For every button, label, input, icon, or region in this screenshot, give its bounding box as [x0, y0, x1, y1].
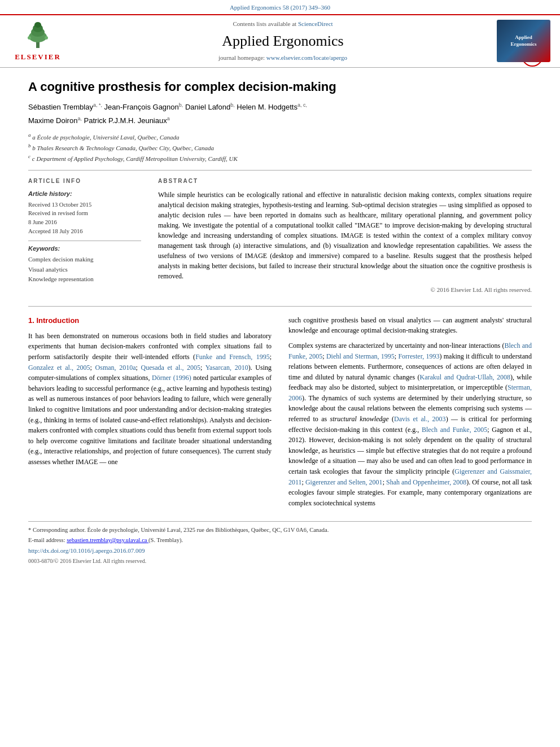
ref-diehl-sterman[interactable]: Diehl and Sterman, 1995	[326, 352, 395, 360]
received-revised-label: Received in revised form	[28, 209, 141, 218]
article-info-column: ARTICLE INFO Article history: Received 1…	[28, 177, 141, 294]
journal-name: Applied Ergonomics	[75, 31, 491, 51]
body-section: 1. Introduction It has been demonstrated…	[28, 306, 532, 566]
journal-citation-bar: Applied Ergonomics 58 (2017) 349–360	[0, 0, 560, 14]
abstract-label: ABSTRACT	[158, 177, 532, 185]
ref-forrester[interactable]: Forrester, 1993	[398, 352, 439, 360]
applied-ergo-box: AppliedErgonomics	[497, 20, 550, 62]
ref-shah[interactable]: Shah and Oppenheimer, 2008	[386, 478, 466, 486]
author-3-sup: b,	[230, 102, 235, 108]
author-4-name: Helen M. Hodgetts	[237, 103, 298, 112]
ref-yasarcan[interactable]: Yasarcan, 2010	[205, 364, 248, 372]
intro-heading: 1. Introduction	[28, 315, 272, 326]
keyword-1: Complex decision making	[28, 255, 141, 265]
journal-header-left: ELSEVIER	[7, 20, 69, 62]
ref-funke-frensch[interactable]: Funke and Frensch, 1995	[195, 353, 270, 361]
ref-osman[interactable]: Osman, 2010a	[95, 364, 136, 372]
doi-line: http://dx.doi.org/10.1016/j.apergo.2016.…	[28, 547, 532, 556]
elsevier-tree-icon	[18, 20, 58, 51]
keyword-3: Knowledge representation	[28, 274, 141, 285]
affiliation-3: c c Department of Applied Psychology, Ca…	[28, 153, 532, 163]
authors-line-2: Maxime Doirona, Patrick P.J.M.H. Jeuniau…	[28, 115, 532, 126]
footnote-section: * Corresponding author. École de psychol…	[28, 521, 532, 565]
author-5-name: Maxime Doiron	[28, 116, 77, 125]
keyword-2: Visual analytics	[28, 265, 141, 275]
abstract-column: ABSTRACT While simple heuristics can be …	[158, 177, 532, 294]
info-divider	[28, 241, 141, 241]
intro-para-1: It has been demonstrated on numerous occ…	[28, 331, 272, 468]
section-divider	[28, 170, 532, 171]
ref-davis[interactable]: Davis et al., 2003	[394, 415, 446, 423]
svg-point-6	[45, 36, 48, 40]
accepted-date: Accepted 18 July 2016	[28, 227, 141, 236]
article-info-label: ARTICLE INFO	[28, 177, 141, 185]
affiliations: a a École de psychologie, Université Lav…	[28, 132, 532, 163]
authors-line-1: Sébastien Tremblaya, *, Jean-François Ga…	[28, 102, 532, 113]
body-two-col: 1. Introduction It has been demonstrated…	[28, 315, 532, 513]
revised-date: 8 June 2016	[28, 218, 141, 227]
affiliation-1: a a École de psychologie, Université Lav…	[28, 132, 532, 142]
issn-line: 0003-6870/© 2016 Elsevier Ltd. All right…	[28, 557, 532, 565]
author-1-name: Sébastien Tremblay	[28, 103, 93, 112]
elsevier-logo: ELSEVIER	[7, 20, 69, 62]
body-col-right: such cognitive prosthesis based on visua…	[288, 315, 532, 513]
article-history-label: Article history:	[28, 190, 141, 198]
email-link[interactable]: sebastien.tremblay@psy.ulaval.ca	[67, 537, 148, 543]
journal-citation-text: Applied Ergonomics 58 (2017) 349–360	[230, 4, 330, 11]
ref-gigerenzer2[interactable]: Gigerenzer and Selten, 2001	[305, 478, 383, 486]
author-2-sup: b,	[179, 102, 183, 108]
ref-sterman[interactable]: Sterman, 2006	[288, 383, 532, 402]
article-content: CrossMark A cognitive prosthesis for com…	[0, 68, 560, 577]
author-6-name: Patrick P.J.M.H. Jeuniaux	[84, 116, 167, 125]
svg-point-4	[34, 22, 41, 28]
svg-point-5	[28, 36, 31, 40]
author-3-name: Daniel Lafond	[185, 103, 230, 112]
author-6-sup: a	[167, 116, 170, 121]
sciencedirect-link: Contents lists available at ScienceDirec…	[75, 20, 491, 28]
article-dates: Received 13 October 2015 Received in rev…	[28, 200, 141, 236]
intro-para-right-1: such cognitive prosthesis based on visua…	[288, 315, 532, 336]
ref-karakul[interactable]: Karakul and Qudrat-Ullah, 2008	[420, 373, 510, 381]
article-info-abstract-section: ARTICLE INFO Article history: Received 1…	[28, 177, 532, 294]
keywords-label: Keywords:	[28, 244, 141, 253]
article-title: A cognitive prosthesis for complex decis…	[28, 79, 532, 95]
abstract-text: While simple heuristics can be ecologica…	[158, 190, 532, 281]
affiliation-2: b b Thales Research & Technology Canada,…	[28, 142, 532, 152]
homepage-link[interactable]: www.elsevier.com/locate/apergo	[266, 54, 347, 61]
received-date: Received 13 October 2015	[28, 200, 141, 209]
body-col-left: 1. Introduction It has been demonstrated…	[28, 315, 272, 513]
journal-homepage: journal homepage: www.elsevier.com/locat…	[75, 54, 491, 62]
intro-para-right-2: Complex systems are characterized by unc…	[288, 340, 532, 509]
ref-quesada[interactable]: Quesada et al., 2005	[141, 364, 201, 372]
corresponding-author-note: * Corresponding author. École de psychol…	[28, 526, 532, 535]
journal-header-right: AppliedErgonomics	[497, 20, 553, 62]
journal-header: ELSEVIER Contents lists available at Sci…	[0, 14, 560, 67]
author-5-sup: a,	[77, 116, 82, 121]
sciencedirect-anchor[interactable]: ScienceDirect	[298, 20, 333, 27]
author-1-sup: a, *,	[93, 102, 102, 108]
doi-link[interactable]: http://dx.doi.org/10.1016/j.apergo.2016.…	[28, 547, 145, 554]
author-4-sup: a, c,	[298, 102, 307, 108]
elsevier-wordmark: ELSEVIER	[15, 52, 61, 62]
ref-gonzalez[interactable]: Gonzalez et al., 2005	[28, 364, 90, 372]
author-2-name: Jean-François Gagnon	[104, 103, 179, 112]
email-footnote: E-mail address: sebastien.tremblay@psy.u…	[28, 536, 532, 545]
ref-blech-funke2[interactable]: Blech and Funke, 2005	[422, 426, 487, 434]
copyright-text: © 2016 Elsevier Ltd. All rights reserved…	[158, 286, 532, 294]
journal-header-center: Contents lists available at ScienceDirec…	[75, 20, 491, 62]
ref-dorner[interactable]: Dörner (1996)	[152, 374, 191, 382]
